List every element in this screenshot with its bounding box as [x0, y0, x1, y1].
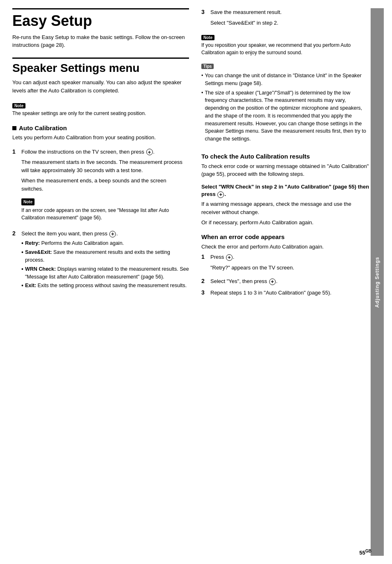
step-1: 1 Follow the instructions on the TV scre…: [12, 148, 189, 227]
error-step-2-number: 2: [201, 277, 208, 285]
auto-calibration-title: Auto Calibration: [12, 124, 189, 131]
right-note-text: If you reposition your speaker, we recom…: [201, 41, 371, 56]
step-3-content: Save the measurement result. Select "Sav…: [210, 8, 281, 29]
error-step-2-text: Select "Yes", then press +.: [210, 278, 277, 284]
page-container: Easy Setup Re-runs the Easy Setup to mak…: [0, 0, 392, 564]
tips-bullet-list: • You can change the unit of distance in…: [201, 72, 371, 143]
main-content: Easy Setup Re-runs the Easy Setup to mak…: [0, 0, 392, 564]
error-step-3-number: 3: [201, 289, 208, 297]
easy-setup-intro: Re-runs the Easy Setup to make the basic…: [12, 33, 189, 49]
page-number: 55: [360, 550, 365, 556]
step-2-text: Select the item you want, then press +.: [21, 230, 118, 237]
step-1-note-label: Note: [21, 198, 35, 205]
to-check-body1: If a warning message appears, check the …: [201, 200, 371, 216]
easy-setup-title: Easy Setup: [12, 8, 189, 29]
speaker-settings-note-text: The speaker settings are only for the cu…: [12, 110, 189, 117]
step-3-sub: Select "Save&Exit" in step 2.: [210, 19, 281, 27]
to-check-body2: Or if necessary, perform Auto Calibratio…: [201, 219, 371, 227]
tips-bullet-1: • You can change the unit of distance in…: [201, 72, 371, 87]
sidebar-tab: Adjusting Settings: [371, 8, 384, 556]
step-1-note: Note If an error code appears on the scr…: [21, 196, 189, 223]
circle-plus-icon-5: +: [269, 279, 276, 285]
step-2-bullet-list: • Retry: Performs the Auto Calibration a…: [21, 239, 189, 290]
to-check-heading: To check the Auto Calibration results: [201, 153, 371, 160]
bullet-save-exit: • Save&Exit: Save the measurement result…: [21, 249, 189, 264]
step-1-sub2: When the measurement ends, a beep sounds…: [21, 177, 189, 193]
circle-plus-icon-1: +: [146, 149, 153, 155]
error-step-3-text: Repeat steps 1 to 3 in "Auto Calibration…: [210, 290, 332, 296]
step-1-sub1: The measurement starts in five seconds. …: [21, 158, 189, 174]
speaker-settings-note: Note The speaker settings are only for t…: [12, 101, 189, 119]
circle-plus-icon-4: +: [226, 254, 233, 261]
when-error-heading: When an error code appears: [201, 233, 371, 240]
bullet-wrn-check: • WRN Check: Displays warning related to…: [21, 265, 189, 281]
step-3-text: Save the measurement result.: [210, 9, 281, 15]
to-check-section: To check the Auto Calibration results To…: [201, 153, 371, 227]
gb-suffix: GB: [365, 549, 371, 553]
error-step-1-content: Press +. "Retry?" appears on the TV scre…: [210, 253, 294, 274]
bullet-retry: • Retry: Performs the Auto Calibration a…: [21, 239, 189, 248]
sidebar-tab-label: Adjusting Settings: [374, 257, 380, 308]
right-column: 3 Save the measurement result. Select "S…: [197, 8, 371, 556]
easy-setup-section: Easy Setup Re-runs the Easy Setup to mak…: [12, 8, 189, 49]
step-2-number: 2: [12, 230, 19, 238]
step-1-note-text: If an error code appears on the screen, …: [21, 207, 189, 221]
step-1-number: 1: [12, 148, 19, 156]
error-step-3-content: Repeat steps 1 to 3 in "Auto Calibration…: [210, 289, 332, 297]
note-label: Note: [12, 103, 25, 108]
error-step-1-sub: "Retry?" appears on the TV screen.: [210, 264, 294, 272]
page-number-area: 55GB: [360, 549, 371, 556]
step-2: 2 Select the item you want, then press +…: [12, 230, 189, 292]
error-step-2: 2 Select "Yes", then press +.: [201, 277, 371, 285]
error-step-1-number: 1: [201, 253, 208, 261]
speaker-settings-section: Speaker Settings menu You can adjust eac…: [12, 58, 189, 292]
auto-calibration-subsection: Auto Calibration Lets you perform Auto C…: [12, 124, 189, 292]
error-step-2-content: Select "Yes", then press +.: [210, 277, 277, 285]
circle-plus-icon-2: +: [109, 231, 116, 237]
tips-box: Tips • You can change the unit of distan…: [201, 61, 371, 146]
step-3: 3 Save the measurement result. Select "S…: [201, 8, 371, 29]
tips-label: Tips: [201, 64, 214, 69]
step-1-content: Follow the instructions on the TV screen…: [21, 148, 189, 227]
step-3-number: 3: [201, 8, 208, 16]
speaker-settings-title: Speaker Settings menu: [12, 58, 189, 75]
to-check-intro: To check error code or warning message o…: [201, 162, 371, 178]
when-error-intro: Check the error and perform Auto Calibra…: [201, 243, 371, 251]
error-step-1: 1 Press +. "Retry?" appears on the TV sc…: [201, 253, 371, 274]
black-square-icon: [12, 126, 16, 130]
right-note-label: Note: [201, 35, 214, 40]
step-2-content: Select the item you want, then press +. …: [21, 230, 189, 292]
left-column: Easy Setup Re-runs the Easy Setup to mak…: [12, 8, 197, 556]
bullet-exit: • Exit: Exits the setting process withou…: [21, 282, 189, 290]
tips-bullet-2: • The size of a speaker ("Large"/"Small"…: [201, 89, 371, 143]
step-1-text: Follow the instructions on the TV screen…: [21, 149, 154, 155]
error-step-3: 3 Repeat steps 1 to 3 in "Auto Calibrati…: [201, 289, 371, 297]
tips-bullet-1-text: You can change the unit of distance in "…: [205, 72, 371, 87]
right-note: Note If you reposition your speaker, we …: [201, 32, 371, 58]
when-error-section: When an error code appears Check the err…: [201, 233, 371, 297]
circle-plus-icon-3: +: [217, 191, 224, 198]
error-step-1-text: Press +.: [210, 254, 234, 260]
speaker-settings-intro: You can adjust each speaker manually. Yo…: [12, 78, 189, 94]
to-check-sub-heading: Select "WRN Check" in step 2 in "Auto Ca…: [201, 183, 371, 198]
auto-calibration-intro: Lets you perform Auto Calibration from y…: [12, 134, 189, 142]
tips-bullet-2-text: The size of a speaker ("Large"/"Small") …: [205, 89, 371, 143]
